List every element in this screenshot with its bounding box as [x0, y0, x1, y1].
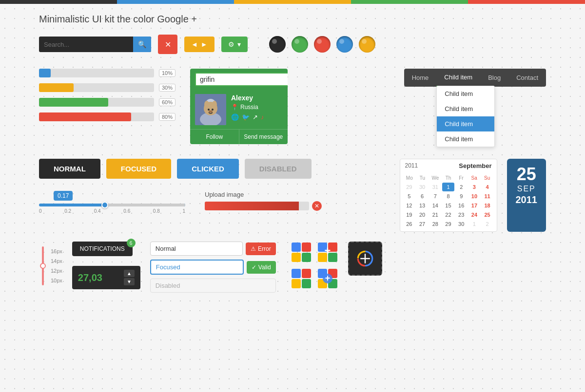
google-plus-icon-1[interactable] [291, 242, 312, 263]
nav-prev-next-button[interactable]: ◄ ► [184, 37, 214, 52]
counter-up-button[interactable]: ▲ [124, 270, 135, 277]
slider-label-1: 1 [182, 208, 185, 214]
send-message-button[interactable]: Send message [239, 130, 288, 144]
radio-yellow[interactable] [359, 36, 375, 53]
cal-day[interactable]: 31 [429, 183, 442, 191]
slider-value-bubble: 0.17 [54, 191, 73, 201]
dark-plus-button[interactable] [348, 242, 382, 276]
cal-day[interactable]: 18 [481, 201, 494, 210]
cal-day[interactable]: 12 [403, 201, 416, 210]
slider-label-02: 0.2 [64, 208, 71, 214]
profile-social: 🌐 🐦 ↗ ♪ [231, 113, 264, 121]
cal-day[interactable]: 27 [416, 220, 429, 228]
error-badge-button[interactable]: ⚠ Error [246, 243, 276, 255]
date-badge: 25 SEP 2011 [507, 159, 546, 232]
cal-day[interactable]: 24 [468, 210, 481, 219]
radio-black[interactable] [269, 36, 286, 53]
valid-badge-button[interactable]: ✓ Valid [247, 261, 276, 274]
slider-thumb[interactable] [101, 202, 108, 208]
radio-red[interactable] [314, 36, 331, 53]
google-plus-add-icon-2[interactable]: + [317, 268, 338, 289]
follow-button[interactable]: Follow [190, 130, 239, 144]
google-plus-add-icon-1[interactable]: + [317, 242, 338, 263]
normal-field[interactable] [150, 242, 243, 256]
cal-day[interactable]: 6 [416, 192, 429, 201]
settings-button[interactable]: ⚙ ▾ [221, 37, 248, 52]
cal-day[interactable]: 2 [481, 220, 494, 228]
clicked-button[interactable]: Clicked [177, 159, 239, 179]
cal-day[interactable]: 23 [455, 210, 468, 219]
focused-field[interactable] [150, 260, 244, 275]
nav-item-child[interactable]: Child item Child item Child item Child i… [436, 69, 480, 87]
cal-day[interactable]: 25 [481, 210, 494, 219]
location-icon: 📍 [231, 104, 238, 111]
close-button[interactable]: ✕ [158, 35, 177, 54]
nav-dropdown-item[interactable]: Child item [437, 86, 494, 101]
cal-day[interactable]: 17 [468, 201, 481, 210]
search-input[interactable] [39, 37, 133, 52]
cal-day[interactable]: 8 [442, 192, 455, 201]
twitter-icon[interactable]: 🐦 [242, 113, 250, 121]
profile-username-input[interactable] [195, 73, 288, 86]
form-row-focused: ✓ Valid [150, 260, 276, 275]
cal-day[interactable]: 22 [442, 210, 455, 219]
cal-day[interactable]: 20 [416, 210, 429, 219]
progress-label-red: 80% [159, 113, 176, 121]
search-button[interactable]: 🔍 [133, 37, 151, 52]
cal-day[interactable]: 19 [403, 210, 416, 219]
nav-item-contact[interactable]: Contact [508, 69, 546, 86]
cal-day[interactable]: 14 [429, 201, 442, 210]
day-label-th: Th [442, 174, 455, 182]
radio-green[interactable] [292, 36, 308, 53]
cal-day[interactable]: 15 [442, 201, 455, 210]
cal-day[interactable]: 5 [403, 192, 416, 201]
cal-day[interactable]: 13 [416, 201, 429, 210]
cal-day[interactable]: 10 [468, 192, 481, 201]
svg-point-4 [204, 101, 209, 109]
share-icon[interactable]: ↗ [253, 113, 258, 121]
nav-dropdown-item[interactable]: Child item [437, 101, 494, 116]
counter-widget: 27,03 ▲ ▼ [72, 266, 140, 289]
nav-dropdown-item-selected[interactable]: Child item [437, 116, 494, 131]
normal-button[interactable]: Normal [39, 159, 100, 179]
web-icon[interactable]: 🌐 [231, 113, 239, 121]
svg-rect-11 [292, 253, 301, 262]
cal-day[interactable]: 29 [403, 183, 416, 191]
upload-track [205, 202, 309, 210]
upload-section: Upload image ✕ [205, 191, 322, 211]
counter-down-button[interactable]: ▼ [124, 278, 135, 285]
nav-right-icon: ► [201, 40, 208, 48]
nav-item-blog[interactable]: Blog [480, 69, 508, 86]
svg-point-8 [209, 111, 213, 113]
font-slider-thumb[interactable] [40, 263, 46, 269]
cal-day[interactable]: 11 [481, 192, 494, 201]
top-bar-red [468, 0, 585, 4]
cal-day[interactable]: 26 [403, 220, 416, 228]
lastfm-icon[interactable]: ♪ [261, 113, 264, 121]
nav-dropdown-item[interactable]: Child item [437, 131, 494, 147]
google-grid-icon[interactable] [291, 268, 312, 289]
notifications-button[interactable]: NOTIFICATIONS [72, 242, 133, 256]
cal-day[interactable]: 29 [442, 220, 455, 228]
cal-day[interactable]: 30 [455, 220, 468, 228]
cal-day[interactable]: 1 [468, 220, 481, 228]
cal-day-today[interactable]: 1 [442, 183, 455, 191]
cal-day[interactable]: 7 [429, 192, 442, 201]
cal-day[interactable]: 9 [455, 192, 468, 201]
cal-day[interactable]: 2 [455, 183, 468, 191]
disabled-field [150, 279, 276, 293]
focused-button[interactable]: Focused [106, 159, 171, 179]
cal-day[interactable]: 16 [455, 201, 468, 210]
state-buttons-row: Normal Focused Clicked Disabled [39, 159, 390, 179]
cal-day[interactable]: 28 [429, 220, 442, 228]
nav-item-home[interactable]: Home [404, 69, 437, 86]
cal-day[interactable]: 21 [429, 210, 442, 219]
cal-day[interactable]: 4 [481, 183, 494, 191]
radio-blue[interactable] [336, 36, 353, 53]
dropdown-icon: ▾ [237, 40, 241, 48]
cal-day[interactable]: 3 [468, 183, 481, 191]
cal-day[interactable]: 30 [416, 183, 429, 191]
form-fields-section: ⚠ Error ✓ Valid [150, 242, 276, 297]
slider-labels: 0 0.2 0.4 0.6 0.8 1 [39, 208, 185, 214]
upload-cancel-button[interactable]: ✕ [312, 201, 322, 211]
